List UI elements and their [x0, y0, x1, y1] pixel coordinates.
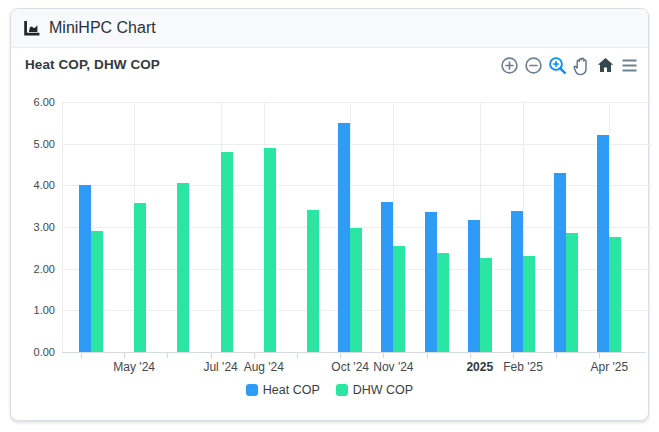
gridline-horizontal — [62, 102, 652, 103]
x-axis-tick — [340, 353, 341, 358]
x-axis-label: May '24 — [113, 360, 155, 374]
x-axis-tick — [599, 353, 600, 358]
y-axis-label: 0.00 — [15, 346, 55, 358]
legend-label: Heat COP — [263, 383, 320, 397]
x-axis-label: 2025 — [466, 360, 493, 374]
pan-icon[interactable] — [571, 55, 592, 76]
y-axis-label: 1.00 — [15, 304, 55, 316]
x-axis-tick — [81, 353, 82, 358]
menu-icon[interactable] — [619, 55, 640, 76]
y-axis-label: 4.00 — [15, 179, 55, 191]
x-axis-tick — [297, 353, 298, 358]
bar-dhw-cop[interactable] — [350, 228, 362, 352]
chart-body: Heat COP, DHW COP — [11, 48, 648, 420]
plot-area — [62, 102, 646, 353]
bar-dhw-cop[interactable] — [609, 237, 621, 352]
x-axis-label: Feb '25 — [503, 360, 543, 374]
bar-heat-cop[interactable] — [338, 123, 350, 352]
bar-heat-cop[interactable] — [381, 202, 393, 352]
x-axis-label: Apr '25 — [591, 360, 629, 374]
x-axis-tick — [427, 353, 428, 358]
bar-heat-cop[interactable] — [511, 211, 523, 352]
x-axis-tick — [124, 353, 125, 358]
bar-dhw-cop[interactable] — [264, 148, 276, 352]
bar-dhw-cop[interactable] — [480, 258, 492, 352]
x-axis-tick — [556, 353, 557, 358]
x-axis-tick — [167, 353, 168, 358]
bar-dhw-cop[interactable] — [393, 246, 405, 352]
x-axis-tick — [383, 353, 384, 358]
gridline-horizontal — [62, 144, 652, 145]
home-icon[interactable] — [595, 55, 616, 76]
x-axis-tick — [211, 353, 212, 358]
x-axis-label: Aug '24 — [244, 360, 284, 374]
legend-item-dhw-cop[interactable]: DHW COP — [336, 383, 413, 397]
chart-title: Heat COP, DHW COP — [25, 57, 160, 72]
bar-dhw-cop[interactable] — [523, 256, 535, 352]
y-axis-label: 2.00 — [15, 263, 55, 275]
bar-heat-cop[interactable] — [79, 185, 91, 352]
card-header: MiniHPC Chart — [11, 9, 648, 48]
x-axis-tick — [254, 353, 255, 358]
chart-toolbar — [499, 55, 640, 76]
y-axis-label: 6.00 — [15, 96, 55, 108]
bar-heat-cop[interactable] — [554, 173, 566, 352]
bar-heat-cop[interactable] — [425, 212, 437, 352]
bar-dhw-cop[interactable] — [177, 183, 189, 352]
card-title: MiniHPC Chart — [49, 19, 156, 37]
legend-item-heat-cop[interactable]: Heat COP — [246, 383, 320, 397]
y-axis-label: 3.00 — [15, 221, 55, 233]
zoom-out-icon[interactable] — [523, 55, 544, 76]
bar-dhw-cop[interactable] — [307, 210, 319, 352]
bar-heat-cop[interactable] — [468, 220, 480, 353]
bar-heat-cop[interactable] — [597, 135, 609, 352]
bar-dhw-cop[interactable] — [566, 233, 578, 352]
area-chart-icon — [24, 20, 41, 37]
y-axis-label: 5.00 — [15, 138, 55, 150]
selection-zoom-icon[interactable] — [547, 55, 568, 76]
legend: Heat COPDHW COP — [11, 383, 648, 397]
x-axis-label: Nov '24 — [373, 360, 413, 374]
bar-dhw-cop[interactable] — [134, 203, 146, 352]
legend-marker-dhw-cop — [336, 384, 348, 396]
x-axis-tick — [470, 353, 471, 358]
x-axis-label: Jul '24 — [203, 360, 237, 374]
legend-marker-heat-cop — [246, 384, 258, 396]
bar-dhw-cop[interactable] — [221, 152, 233, 352]
bar-dhw-cop[interactable] — [437, 253, 449, 352]
chart-card: MiniHPC Chart Heat COP, DHW COP — [10, 8, 649, 421]
legend-label: DHW COP — [353, 383, 413, 397]
gridline-vertical — [62, 102, 63, 352]
x-axis-tick — [513, 353, 514, 358]
bar-dhw-cop[interactable] — [91, 231, 103, 352]
zoom-in-icon[interactable] — [499, 55, 520, 76]
x-axis-label: Oct '24 — [331, 360, 369, 374]
